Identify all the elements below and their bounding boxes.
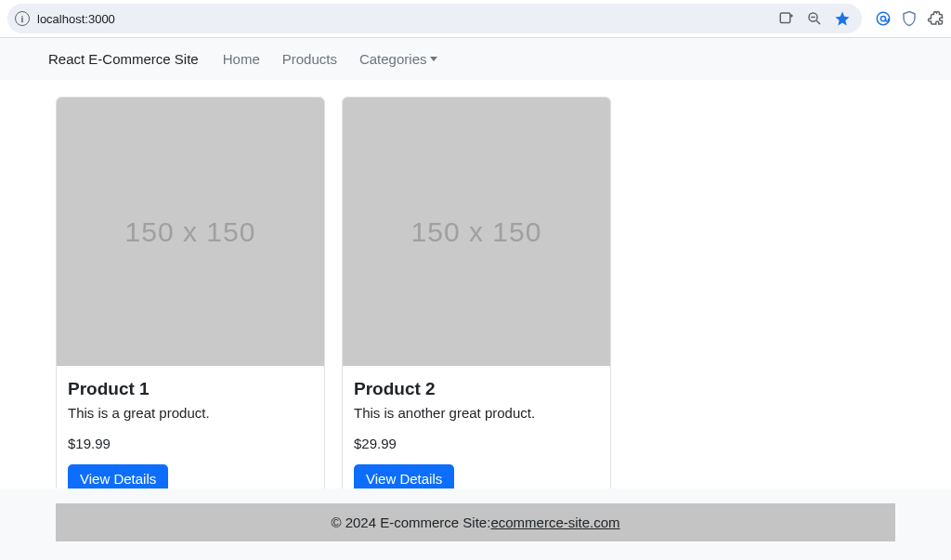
extension-at-icon[interactable] [875,10,892,27]
main-navbar: React E-Commerce Site Home Products Cate… [0,38,951,80]
nav-link-categories-label: Categories [359,51,427,67]
brand[interactable]: React E-Commerce Site [48,46,199,72]
svg-point-3 [880,16,885,20]
product-price: $29.99 [354,436,599,451]
product-card: 150 x 150 Product 2 This is another grea… [342,97,611,509]
product-title: Product 1 [68,379,313,399]
footer-section: © 2024 E-commerce Site:ecommerce-site.co… [0,488,951,560]
product-card: 150 x 150 Product 1 This is a great prod… [56,97,325,509]
product-grid: 150 x 150 Product 1 This is a great prod… [0,80,951,509]
product-image-placeholder: 150 x 150 [343,98,610,366]
product-description: This is a great product. [68,405,313,421]
nav-link-products[interactable]: Products [275,46,345,72]
nav-link-home[interactable]: Home [215,46,267,72]
product-price: $19.99 [68,436,313,451]
browser-address-bar[interactable]: i localhost:3000 [7,4,862,33]
footer-link[interactable]: ecommerce-site.com [490,514,619,530]
extensions-puzzle-icon[interactable] [927,10,944,27]
footer-copyright: © 2024 E-commerce Site: [331,514,490,530]
zoom-icon[interactable] [806,10,823,27]
nav-link-categories[interactable]: Categories [352,46,446,72]
chevron-down-icon [430,57,437,61]
shield-icon[interactable] [901,10,918,27]
footer: © 2024 E-commerce Site:ecommerce-site.co… [56,503,895,541]
url-text: localhost:3000 [37,12,778,26]
site-info-icon[interactable]: i [15,11,30,26]
svg-rect-0 [780,13,790,23]
product-title: Product 2 [354,379,599,399]
product-image-placeholder: 150 x 150 [57,98,324,366]
product-description: This is another great product. [354,405,599,421]
bookmark-star-icon[interactable] [834,10,851,27]
install-app-icon[interactable] [778,10,795,27]
svg-point-2 [877,12,890,25]
